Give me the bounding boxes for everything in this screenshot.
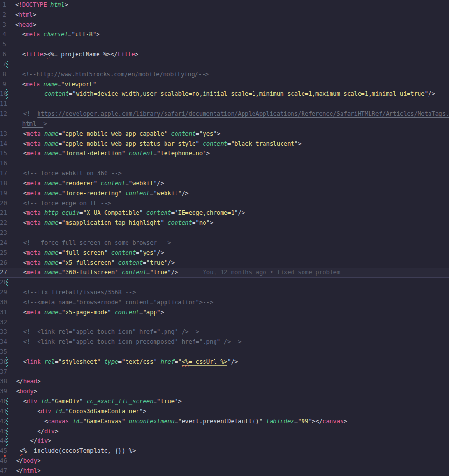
code-line-text[interactable]: <meta name="x5-page-mode" content="app"> [10,307,449,317]
code-line-text[interactable] [10,40,449,50]
code-line[interactable]: 45 <%- include(cocosTemplate, {}) %> [0,446,449,456]
line-number[interactable]: 11 [0,99,10,109]
line-number[interactable]: 18 [0,178,10,188]
code-line-text[interactable]: <!--<link rel="apple-touch-icon-precompo… [10,337,449,347]
line-number[interactable]: 43 [0,426,10,436]
code-line[interactable]: 34 <!--<link rel="apple-touch-icon-preco… [0,337,449,347]
line-number[interactable]: 1 [0,0,10,10]
code-line[interactable]: 41 <div id="Cocos3dGameContainer"> [0,407,449,416]
code-line[interactable]: 5 [0,40,449,50]
code-line-text[interactable]: <!--https://developer.apple.com/library/… [10,109,449,119]
line-number[interactable]: 4 [0,30,10,40]
line-number[interactable]: 3 [0,20,10,30]
code-line[interactable]: 21 <meta http-equiv="X-UA-Compatible" co… [0,208,449,218]
code-line-text[interactable]: <meta name="viewport" [10,79,449,89]
code-line[interactable]: 22 <meta name="msapplication-tap-highlig… [0,218,449,228]
code-line-text[interactable]: <meta charset="utf-8"> [10,30,449,40]
code-line-text[interactable]: <meta name="apple-mobile-web-app-status-… [10,139,449,149]
code-line-text[interactable]: <!--<meta name="browsermode" content="ap… [10,298,449,307]
code-line-text[interactable]: <body> [10,387,449,397]
code-line[interactable]: 20 <!-- force edge on IE --> [0,198,449,208]
line-number[interactable]: 20 [0,198,10,208]
line-number[interactable]: 6 [0,50,10,60]
code-line[interactable]: 10 content="width=device-width,user-scal… [0,89,449,99]
line-number[interactable]: 29 [0,288,10,298]
line-number[interactable]: 13 [0,129,10,139]
code-line-text[interactable]: <!-- force edge on IE --> [10,198,449,208]
line-number[interactable]: 39 [0,387,10,397]
line-number[interactable]: 19 [0,188,10,198]
code-line[interactable]: 1<!DOCTYPE html> [0,0,449,10]
line-number[interactable]: 17 [0,169,10,178]
code-line[interactable]: 36 <link rel="stylesheet" type="text/css… [0,357,449,367]
code-line-text[interactable]: <!--fix fireball/issues/3568 --> [10,288,449,298]
code-line-text[interactable]: </html> [10,466,449,476]
line-number[interactable]: 7 [0,60,10,69]
code-line-text[interactable]: <div id="Cocos3dGameContainer"> [10,407,449,416]
line-number[interactable]: 40 [0,397,10,407]
code-line-text[interactable]: <!--http://www.html5rocks.com/en/mobile/… [10,69,449,79]
code-line[interactable]: 38</head> [0,377,449,387]
code-line-text[interactable]: content="width=device-width,user-scalabl… [10,89,449,99]
code-line[interactable]: 43 </div> [0,426,449,436]
code-line-text[interactable] [10,60,449,69]
code-line-text[interactable]: html--> [10,119,449,129]
line-number[interactable]: 16 [0,159,10,169]
code-line[interactable]: 39<body> [0,387,449,397]
line-number[interactable]: 12 [0,109,10,119]
code-line[interactable]: 35 [0,347,449,357]
code-line-text[interactable]: <!-- force full screen on some browser -… [10,238,449,248]
line-number[interactable]: 21 [0,208,10,218]
code-line[interactable]: 42 <canvas id="GameCanvas" oncontextmenu… [0,416,449,426]
line-number[interactable]: 10 [0,89,10,99]
code-line-text[interactable]: <meta name="renderer" content="webkit"/> [10,178,449,188]
code-line-text[interactable]: <%- include(cocosTemplate, {}) %> [10,446,449,456]
line-number[interactable]: 42 [0,416,10,426]
code-line-text[interactable]: <link rel="stylesheet" type="text/css" h… [10,357,449,367]
code-line[interactable]: 24 <!-- force full screen on some browse… [0,238,449,248]
code-line[interactable]: 14 <meta name="apple-mobile-web-app-stat… [0,139,449,149]
line-number[interactable]: 38 [0,377,10,387]
current-code-line[interactable]: 27 <meta name="360-fullscreen" content="… [0,268,449,278]
line-number[interactable]: 46 [0,456,10,466]
line-number[interactable]: 25 [0,248,10,258]
code-line[interactable]: 19 <meta name="force-rendering" content=… [0,188,449,198]
code-line[interactable]: 25 <meta name="full-screen" content="yes… [0,248,449,258]
code-line[interactable]: 3<head> [0,20,449,30]
code-line-text[interactable]: </body> [10,456,449,466]
line-number[interactable]: 2 [0,10,10,20]
code-line-text[interactable]: <meta name="force-rendering" content="we… [10,188,449,198]
code-line[interactable]: 31 <meta name="x5-page-mode" content="ap… [0,307,449,317]
line-number[interactable]: 44 [0,436,10,446]
code-line-text[interactable]: <canvas id="GameCanvas" oncontextmenu="e… [10,416,449,426]
code-line-text[interactable]: <head> [10,20,449,30]
code-line[interactable]: 2<html> [0,10,449,20]
code-line[interactable]: 12 <!--https://developer.apple.com/libra… [0,109,449,119]
code-line[interactable]: 13 <meta name="apple-mobile-web-app-capa… [0,129,449,139]
line-number[interactable]: 41 [0,407,10,416]
code-line[interactable]: 23 [0,228,449,238]
code-line[interactable]: 40 <div id="GameDiv" cc_exact_fit_screen… [0,397,449,407]
code-line-text[interactable]: <html> [10,10,449,20]
code-line-text[interactable] [10,347,449,357]
line-number[interactable]: 23 [0,228,10,238]
code-line-text[interactable]: </head> [10,377,449,387]
code-line-text[interactable]: <meta name="360-fullscreen" content="tru… [10,268,449,278]
line-number[interactable]: 14 [0,139,10,149]
code-line[interactable]: 16 [0,159,449,169]
code-line[interactable]: 28 [0,278,449,288]
line-number[interactable]: 37 [0,367,10,377]
line-number[interactable] [0,119,10,129]
code-line-text[interactable]: <!--<link rel="apple-touch-icon" href=".… [10,327,449,337]
code-line-text[interactable]: <meta name="full-screen" content="yes"/> [10,248,449,258]
code-line-text[interactable] [10,228,449,238]
code-line-text[interactable] [10,278,449,288]
code-line[interactable]: 17 <!-- force webkit on 360 --> [0,169,449,178]
code-line[interactable]: 11 [0,99,449,109]
line-number[interactable]: 26 [0,258,10,268]
line-number[interactable]: 9 [0,79,10,89]
code-line-text[interactable] [10,317,449,327]
code-line[interactable]: 37 [0,367,449,377]
code-line-text[interactable]: <title><%= projectName %></title> [10,50,449,60]
code-line[interactable]: 15 <meta name="format-detection" content… [0,149,449,159]
